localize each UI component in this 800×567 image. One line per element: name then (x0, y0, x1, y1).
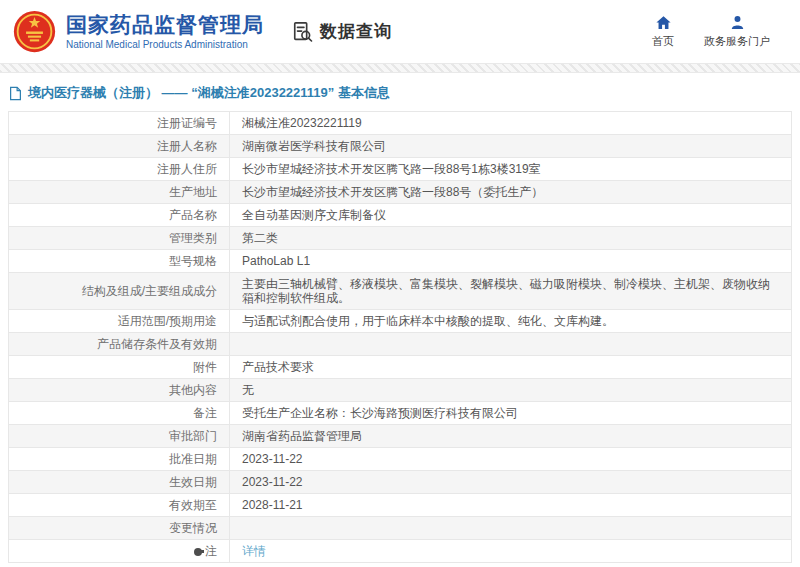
table-row: 注册人名称湖南微岩医学科技有限公司 (9, 135, 792, 158)
table-row: 管理类别第二类 (9, 227, 792, 250)
row-value: 2028-11-21 (230, 494, 792, 517)
row-value: 湘械注准20232221119 (230, 112, 792, 135)
section-title: 数据查询 (320, 20, 392, 43)
row-label: 审批部门 (9, 425, 230, 448)
table-row: 产品名称全自动基因测序文库制备仪 (9, 204, 792, 227)
table-row: 有效期至2028-11-21 (9, 494, 792, 517)
row-value: 全自动基因测序文库制备仪 (230, 204, 792, 227)
striped-divider (0, 63, 800, 73)
breadcrumb: 境内医疗器械（注册） —— “湘械注准20232221119” 基本信息 (8, 84, 792, 111)
table-row: 注册证编号湘械注准20232221119 (9, 112, 792, 135)
row-label: 变更情况 (9, 517, 230, 540)
row-label: 注 (9, 540, 230, 563)
row-value: 无 (230, 379, 792, 402)
row-value: 湖南省药品监督管理局 (230, 425, 792, 448)
user-icon (729, 14, 746, 31)
table-row: 适用范围/预期用途与适配试剂配合使用，用于临床样本中核酸的提取、纯化、文库构建。 (9, 310, 792, 333)
row-label: 有效期至 (9, 494, 230, 517)
site-logo[interactable]: 国家药品监督管理局 National Medical Products Admi… (12, 9, 264, 54)
table-row: 生效日期2023-11-22 (9, 471, 792, 494)
row-value: 2023-11-22 (230, 448, 792, 471)
org-name: 国家药品监督管理局 (66, 13, 264, 36)
row-value: 产品技术要求 (230, 356, 792, 379)
org-name-english: National Medical Products Administration (66, 39, 264, 50)
row-label: 生产地址 (9, 181, 230, 204)
table-row: 附件产品技术要求 (9, 356, 792, 379)
row-label: 生效日期 (9, 471, 230, 494)
row-value: PathoLab L1 (230, 250, 792, 273)
table-row: 结构及组成/主要组成成分主要由三轴机械臂、移液模块、富集模块、裂解模块、磁力吸附… (9, 273, 792, 310)
info-table-body: 注册证编号湘械注准20232221119注册人名称湖南微岩医学科技有限公司注册人… (9, 112, 792, 563)
table-row: 型号规格PathoLab L1 (9, 250, 792, 273)
table-row: 备注受托生产企业名称：长沙海路预测医疗科技有限公司 (9, 402, 792, 425)
nav-gov-portal-label: 政务服务门户 (704, 34, 770, 49)
nav-gov-portal[interactable]: 政务服务门户 (704, 14, 770, 49)
row-value: 长沙市望城经济技术开发区腾飞路一段88号（委托生产） (230, 181, 792, 204)
row-label: 备注 (9, 402, 230, 425)
row-label: 附件 (9, 356, 230, 379)
table-row: 生产地址长沙市望城经济技术开发区腾飞路一段88号（委托生产） (9, 181, 792, 204)
table-row: 变更情况 (9, 517, 792, 540)
breadcrumb-text: 境内医疗器械（注册） —— “湘械注准20232221119” 基本信息 (28, 84, 390, 102)
row-value: 第二类 (230, 227, 792, 250)
row-label: 批准日期 (9, 448, 230, 471)
row-value: 详情 (230, 540, 792, 563)
document-icon (9, 86, 22, 101)
row-label: 结构及组成/主要组成成分 (9, 273, 230, 310)
table-row: 注册人住所长沙市望城经济技术开发区腾飞路一段88号1栋3楼319室 (9, 158, 792, 181)
registration-info-table: 注册证编号湘械注准20232221119注册人名称湖南微岩医学科技有限公司注册人… (8, 111, 792, 563)
row-value: 2023-11-22 (230, 471, 792, 494)
top-header: 国家药品监督管理局 National Medical Products Admi… (0, 0, 800, 63)
data-query-icon (292, 21, 314, 43)
row-label: 适用范围/预期用途 (9, 310, 230, 333)
nav-home-label: 首页 (652, 34, 674, 49)
row-value: 长沙市望城经济技术开发区腾飞路一段88号1栋3楼319室 (230, 158, 792, 181)
table-row: 其他内容无 (9, 379, 792, 402)
row-label: 注册证编号 (9, 112, 230, 135)
table-row: 产品储存条件及有效期 (9, 333, 792, 356)
row-value: 主要由三轴机械臂、移液模块、富集模块、裂解模块、磁力吸附模块、制冷模块、主机架、… (230, 273, 792, 310)
row-value: 与适配试剂配合使用，用于临床样本中核酸的提取、纯化、文库构建。 (230, 310, 792, 333)
home-icon (655, 14, 672, 31)
detail-link[interactable]: 详情 (242, 544, 266, 558)
row-label: 型号规格 (9, 250, 230, 273)
header-nav: 首页 政务服务门户 (652, 14, 770, 49)
data-query-section: 数据查询 (292, 20, 392, 43)
table-row: 注详情 (9, 540, 792, 563)
row-label: 注册人名称 (9, 135, 230, 158)
row-label: 管理类别 (9, 227, 230, 250)
row-value (230, 517, 792, 540)
row-label: 产品储存条件及有效期 (9, 333, 230, 356)
row-value: 受托生产企业名称：长沙海路预测医疗科技有限公司 (230, 402, 792, 425)
nav-home[interactable]: 首页 (652, 14, 674, 49)
main-content: 境内医疗器械（注册） —— “湘械注准20232221119” 基本信息 注册证… (0, 73, 800, 567)
row-label: 注册人住所 (9, 158, 230, 181)
table-row: 审批部门湖南省药品监督管理局 (9, 425, 792, 448)
row-label: 其他内容 (9, 379, 230, 402)
row-label: 产品名称 (9, 204, 230, 227)
row-value: 湖南微岩医学科技有限公司 (230, 135, 792, 158)
row-value (230, 333, 792, 356)
table-row: 批准日期2023-11-22 (9, 448, 792, 471)
note-icon (194, 548, 202, 556)
national-emblem-icon (12, 9, 57, 54)
